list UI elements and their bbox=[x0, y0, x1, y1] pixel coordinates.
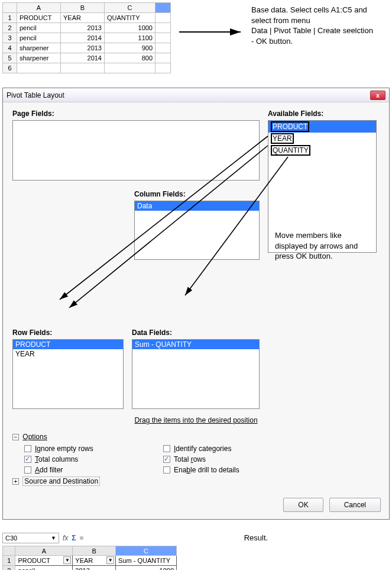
data-item-sum[interactable]: Sum - QUANTITY bbox=[132, 340, 259, 349]
drag-hint: Drag the items into the desired position bbox=[12, 416, 380, 424]
col-header-a[interactable]: A bbox=[17, 3, 61, 13]
cell[interactable] bbox=[155, 63, 171, 73]
row-fields-listbox[interactable]: PRODUCT YEAR bbox=[12, 339, 124, 409]
name-box[interactable]: C30 ▼ bbox=[2, 533, 59, 543]
annotation-result-label: Result. bbox=[244, 533, 390, 543]
col-header-next[interactable] bbox=[155, 3, 171, 13]
col-header-c[interactable]: C bbox=[105, 3, 155, 13]
cell[interactable]: pencil bbox=[17, 33, 61, 43]
cell[interactable]: 1000 bbox=[116, 566, 177, 571]
cell[interactable]: 1000 bbox=[105, 23, 155, 33]
opt-total-rows[interactable]: Total rows bbox=[163, 455, 278, 463]
expand-icon[interactable]: + bbox=[12, 478, 19, 485]
col-header-b[interactable]: B bbox=[61, 3, 105, 13]
pivot-product-header[interactable]: PRODUCT▼ bbox=[15, 556, 73, 566]
column-item-data[interactable]: Data bbox=[135, 201, 259, 211]
corner-cell bbox=[3, 546, 15, 556]
cell[interactable]: sharpener bbox=[17, 53, 61, 63]
opt-total-columns[interactable]: Total columns bbox=[24, 455, 140, 463]
dropdown-icon[interactable]: ▼ bbox=[51, 535, 56, 541]
row-header[interactable]: 6 bbox=[3, 63, 17, 73]
row-fields-label: Row Fields: bbox=[12, 329, 124, 337]
opt-drill[interactable]: Enable drill to details bbox=[163, 466, 278, 474]
cell[interactable]: 2014 bbox=[61, 33, 105, 43]
result-table[interactable]: A B C 1 PRODUCT▼ YEAR▼ Sum - QUANTITY 2 … bbox=[2, 546, 177, 570]
avail-item-year[interactable]: YEAR bbox=[271, 133, 294, 144]
cell[interactable]: QUANTITY bbox=[105, 13, 155, 23]
row-header[interactable]: 1 bbox=[3, 556, 15, 566]
page-fields-listbox[interactable] bbox=[12, 120, 260, 181]
source-data-table[interactable]: A B C 1 PRODUCT YEAR QUANTITY 2 pencil 2… bbox=[2, 2, 171, 73]
cell[interactable]: 2013 bbox=[61, 23, 105, 33]
cell[interactable]: 2013 bbox=[61, 43, 105, 53]
corner-cell bbox=[3, 3, 17, 13]
cell[interactable]: 800 bbox=[105, 53, 155, 63]
page-fields-label: Page Fields: bbox=[12, 110, 260, 118]
cell[interactable] bbox=[155, 33, 171, 43]
cell[interactable]: PRODUCT bbox=[17, 13, 61, 23]
cell[interactable] bbox=[155, 23, 171, 33]
cell[interactable]: sharpener bbox=[17, 43, 61, 53]
opt-add-filter[interactable]: Add filter bbox=[24, 466, 140, 474]
opt-identify[interactable]: Identify categories bbox=[163, 445, 278, 453]
avail-item-product[interactable]: PRODUCT bbox=[271, 121, 309, 132]
fx-icon[interactable]: fx bbox=[63, 534, 68, 542]
row-header[interactable]: 3 bbox=[3, 33, 17, 43]
col-header-c[interactable]: C bbox=[116, 546, 177, 556]
cancel-button[interactable]: Cancel bbox=[329, 498, 381, 512]
equals-icon[interactable]: = bbox=[80, 534, 84, 542]
collapse-icon[interactable]: − bbox=[12, 434, 19, 440]
row-item-year[interactable]: YEAR bbox=[13, 349, 123, 359]
cell[interactable] bbox=[61, 63, 105, 73]
titlebar[interactable]: Pivot Table Layout x bbox=[3, 88, 389, 102]
opt-ignore-empty[interactable]: Ignore empty rows bbox=[24, 445, 140, 453]
cell[interactable]: 900 bbox=[105, 43, 155, 53]
avail-item-quantity[interactable]: QUANTITY bbox=[271, 145, 310, 156]
cell[interactable]: pencil bbox=[15, 566, 73, 571]
cell[interactable]: YEAR bbox=[61, 13, 105, 23]
row-header[interactable]: 4 bbox=[3, 43, 17, 53]
cell[interactable]: pencil bbox=[17, 23, 61, 33]
pivot-layout-dialog: Pivot Table Layout x Page Fields: Availa… bbox=[2, 88, 390, 520]
cell[interactable] bbox=[155, 43, 171, 53]
data-fields-label: Data Fields: bbox=[132, 329, 260, 337]
row-header[interactable]: 2 bbox=[3, 23, 17, 33]
cell[interactable] bbox=[105, 63, 155, 73]
source-destination[interactable]: Source and Destination bbox=[22, 476, 100, 486]
cell[interactable] bbox=[155, 13, 171, 23]
dropdown-icon[interactable]: ▼ bbox=[63, 556, 71, 564]
arrow-icon bbox=[176, 14, 247, 56]
cell-reference: C30 bbox=[5, 534, 17, 542]
formula-bar[interactable]: C30 ▼ fx Σ = bbox=[2, 533, 177, 543]
cell[interactable]: 1100 bbox=[105, 33, 155, 43]
row-header[interactable]: 1 bbox=[3, 13, 17, 23]
dropdown-icon[interactable]: ▼ bbox=[106, 556, 114, 564]
pivot-year-header[interactable]: YEAR▼ bbox=[73, 556, 116, 566]
row-header[interactable]: 5 bbox=[3, 53, 17, 63]
col-header-a[interactable]: A bbox=[15, 546, 73, 556]
sigma-icon[interactable]: Σ bbox=[72, 534, 76, 542]
arrow-icon bbox=[190, 562, 231, 570]
annotation-move: Move members like displayed by arrows an… bbox=[275, 230, 375, 262]
column-fields-label: Column Fields: bbox=[134, 190, 260, 198]
cell[interactable]: 2013 bbox=[73, 566, 116, 571]
row-header[interactable]: 2 bbox=[3, 566, 15, 571]
ok-button[interactable]: OK bbox=[283, 498, 323, 512]
row-item-product[interactable]: PRODUCT bbox=[13, 340, 123, 349]
options-label[interactable]: Options bbox=[22, 433, 47, 441]
options-section: − Options Ignore empty rows Identify cat… bbox=[12, 433, 380, 486]
cell[interactable]: 2014 bbox=[61, 53, 105, 63]
data-fields-listbox[interactable]: Sum - QUANTITY bbox=[132, 339, 260, 409]
pivot-sum-header[interactable]: Sum - QUANTITY bbox=[116, 556, 177, 566]
column-fields-listbox[interactable]: Data bbox=[134, 201, 260, 260]
available-fields-label: Available Fields: bbox=[268, 110, 377, 118]
close-button[interactable]: x bbox=[370, 91, 385, 100]
cell[interactable] bbox=[17, 63, 61, 73]
annotation-top: Base data. Select cells A1:C5 and select… bbox=[251, 5, 375, 46]
col-header-b[interactable]: B bbox=[73, 546, 116, 556]
cell[interactable] bbox=[155, 53, 171, 63]
dialog-title: Pivot Table Layout bbox=[7, 91, 370, 99]
